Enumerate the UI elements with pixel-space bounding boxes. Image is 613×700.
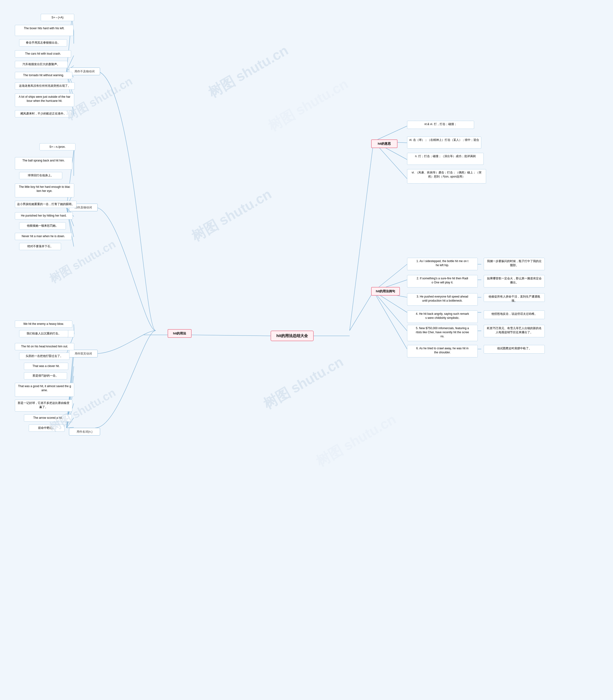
example-3-en: 3. He pushed everyone full speed aheadun… bbox=[407, 293, 478, 306]
noun-en2: That was a clever hit. bbox=[24, 363, 68, 370]
cat2-en1: The ball sprang back and hit him. bbox=[15, 157, 72, 170]
noun-cn4: 箭命中靶心。 bbox=[29, 424, 65, 432]
example-4-en: 4. He hit back angrily, saying such rema… bbox=[407, 310, 478, 323]
watermark-5: 树图 shutu.cn bbox=[260, 353, 347, 413]
example-5-en: 5. New $750,000 infomercials, featuring … bbox=[407, 325, 478, 341]
meaning-4: vi. （风暴、疾病等）袭击；打击；（偶然）碰上；（突然）想到（与on, upo… bbox=[407, 169, 486, 183]
example-2-cn: 如果哪首歌一定会火，那么第一频道肯定会播出。 bbox=[484, 275, 545, 288]
svg-line-11 bbox=[67, 147, 74, 207]
cat2-cn3: 他狠揍她一顿来惩罚她。 bbox=[19, 222, 66, 229]
cat3-en1: We hit the enemy a heavy blow. bbox=[15, 320, 72, 328]
cat1-en1: The boxer hits hard with his left. bbox=[15, 25, 74, 36]
svg-line-37 bbox=[350, 291, 374, 331]
svg-line-18 bbox=[67, 207, 74, 237]
cat1-en2: The cars hit with loud crash. bbox=[15, 50, 71, 58]
hit-usage-label: hit的用法 bbox=[173, 331, 186, 336]
cat1-cn1: 拳击手用其左拳狠狠出击。 bbox=[19, 39, 67, 47]
meaning-3: n. 打；打击；碰撞；（演出等）成功；批评讽刺 bbox=[407, 153, 484, 165]
cat2-cn1: 球弹回打在他身上。 bbox=[19, 172, 62, 179]
cat2-cn2: 这小男孩给她重重的一击，打青了她的眼睛。 bbox=[15, 201, 77, 208]
cat1-cn2: 汽车相撞发出巨大的轰隆声。 bbox=[15, 61, 67, 68]
cat1-en4: A lot of ships were just outside of the … bbox=[15, 93, 74, 107]
mind-map-canvas: hit的用法总结大全 hit的用法 hit的意思 hit的用法例句 vt.& v… bbox=[0, 0, 613, 700]
meaning-1: vt.& vi. 打，打击；碰撞； bbox=[407, 121, 474, 129]
svg-line-42 bbox=[374, 291, 407, 331]
noun-en4: The arrow scored a hit. bbox=[24, 415, 72, 422]
watermark-4: 树图 shutu.cn bbox=[188, 185, 275, 246]
example-3-cn: 他催促所有人拼命干活，直到生产遭遇瓶颈。 bbox=[484, 293, 545, 302]
noun-cn2: 那是很巧妙的一击。 bbox=[24, 372, 67, 380]
svg-line-43 bbox=[374, 291, 407, 349]
cat1-en3: The tornado hit without warning. bbox=[15, 72, 72, 79]
meaning-2: vt. 击（球）；（在精神上）打击（某人）；猜中；迎合 bbox=[407, 137, 481, 149]
pattern-1: S+～(+A) bbox=[41, 14, 74, 21]
cat2-cn4: 绝对不要落井下石。 bbox=[19, 243, 61, 250]
watermark-7: 树图 shutu.cn bbox=[265, 75, 352, 136]
hit-meaning-label: hit的意思 bbox=[378, 142, 391, 146]
svg-line-32 bbox=[350, 141, 374, 331]
cat-noun: 用作名词(n.) bbox=[69, 428, 100, 435]
noun-en3: That was a good hit, it almost saved the… bbox=[15, 383, 74, 397]
example-1-en: 1. As I sidestepped, the bottle hit me o… bbox=[407, 258, 478, 270]
svg-line-0 bbox=[192, 335, 271, 336]
hit-example-hub: hit的用法例句 bbox=[371, 287, 400, 296]
cat2-en2: The little boy hit her hard enough to bl… bbox=[15, 183, 74, 198]
center-node: hit的用法总结大全 bbox=[271, 331, 314, 341]
noun-cn3: 那是一记好球，它差不多把这比赛由输变赢了。 bbox=[15, 399, 72, 411]
center-label: hit的用法总结大全 bbox=[276, 333, 308, 339]
example-6-en: 6. As he tried to crawl away, he was hit… bbox=[407, 345, 478, 357]
noun-en1: The hit on his head knocked him out. bbox=[15, 343, 74, 350]
example-4-cn: 他愤怒地反击，说这些话太过幼稚。 bbox=[484, 310, 545, 319]
cat2-en3: He punished her by hitting her hard. bbox=[15, 212, 73, 219]
cat2-en4: Never hit a man when he is down. bbox=[15, 233, 72, 240]
hit-usage-hub: hit的用法 bbox=[168, 329, 192, 338]
watermark-2: 树图 shutu.cn bbox=[205, 41, 292, 102]
pattern-2: S+～n./pron. bbox=[39, 143, 75, 151]
hit-meaning-hub: hit的意思 bbox=[371, 139, 397, 148]
example-5-cn: 耗资75万美元、有雪儿等艺人出镜的新的名人电视促销节目近来播出了。 bbox=[484, 325, 545, 337]
cat-intransitive: 用作不及物动词 bbox=[69, 67, 100, 75]
example-2-en: 2. If something's a sure-fire hit then R… bbox=[407, 275, 478, 288]
cat1-cn4: 飓风袭来时，不少的船还正在港外。 bbox=[15, 110, 72, 117]
noun-cn1: 头部的一击把他打昏过去了。 bbox=[19, 353, 69, 360]
cat3-cn1: 我们给敌人以沉重的打击。 bbox=[19, 330, 68, 337]
hit-example-label: hit的用法例句 bbox=[376, 289, 395, 293]
svg-line-33 bbox=[374, 126, 407, 141]
example-6-cn: 他试图爬走时肩膀中枪了。 bbox=[484, 345, 545, 354]
watermark-8: 树图 shutu.cn bbox=[313, 410, 400, 471]
example-1-cn: 我侧一步要躲闪的时候，瓶子打中了我的左髋部。 bbox=[484, 258, 545, 270]
cat1-cn3: 这场龙卷风没有任何何兆就突然出现了。 bbox=[15, 82, 75, 90]
cat-ditransitive: 用作双宾动词 bbox=[69, 350, 98, 357]
